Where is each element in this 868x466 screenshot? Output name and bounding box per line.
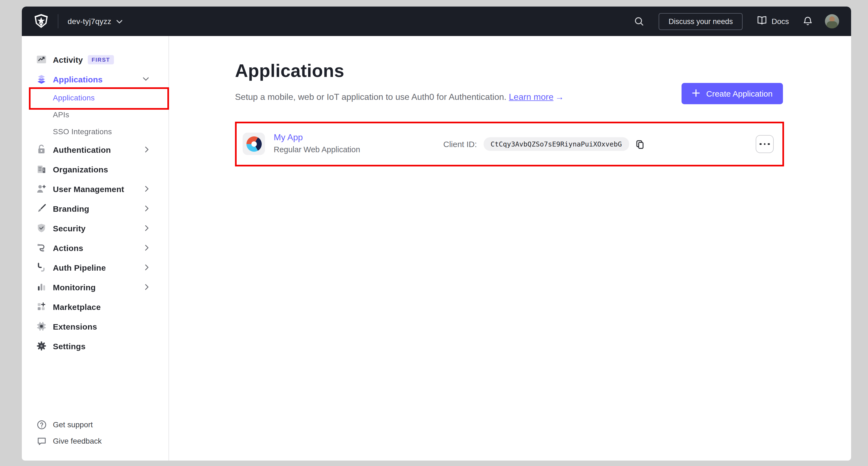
sidebar-item-extensions[interactable]: Extensions (22, 317, 168, 336)
discuss-your-needs-button[interactable]: Discuss your needs (659, 13, 743, 30)
create-application-button[interactable]: Create Application (682, 83, 783, 104)
page-title: Applications (235, 60, 784, 82)
create-application-label: Create Application (706, 89, 773, 98)
header-divider (58, 14, 58, 28)
pipeline-icon (36, 262, 47, 273)
sidebar-item-label: Extensions (53, 322, 97, 331)
sidebar-subitem-label: SSO Integrations (53, 127, 112, 136)
user-avatar[interactable] (825, 14, 839, 28)
feedback-bubble-icon (36, 435, 47, 446)
sidebar-item-settings[interactable]: Settings (22, 336, 168, 356)
bar-chart-icon (36, 282, 47, 292)
docs-label: Docs (772, 17, 789, 26)
first-badge: FIRST (88, 55, 114, 64)
notifications-bell-icon[interactable] (803, 16, 813, 27)
chevron-right-icon (145, 245, 149, 251)
sidebar-item-label: Monitoring (53, 282, 96, 292)
get-support-label: Get support (53, 420, 93, 429)
organization-building-icon (36, 164, 47, 175)
give-feedback-link[interactable]: Give feedback (22, 433, 168, 449)
sidebar-item-label: Actions (53, 243, 83, 252)
application-logo-icon (243, 133, 265, 155)
chevron-right-icon (145, 147, 149, 152)
sidebar-item-actions[interactable]: Actions (22, 238, 168, 258)
chevron-right-icon (145, 205, 149, 211)
sidebar-item-branding[interactable]: Branding (22, 199, 168, 218)
main-column: Applications Setup a mobile, web or IoT … (235, 60, 784, 167)
chevron-right-icon (145, 284, 149, 290)
sidebar-subitem-sso-integrations[interactable]: SSO Integrations (22, 123, 168, 140)
sidebar-item-label: Security (53, 224, 86, 233)
activity-icon (36, 54, 47, 65)
application-type: Regular Web Application (274, 145, 360, 155)
plus-icon (692, 89, 700, 98)
sidebar-item-auth-pipeline[interactable]: Auth Pipeline (22, 258, 168, 277)
gear-icon (36, 341, 47, 351)
sidebar-item-label: Branding (53, 204, 89, 213)
row-more-actions-button[interactable] (756, 135, 774, 153)
client-id-value: CtCqy3AvbQZSo7sE9RiynaPuiXOxvebG (483, 137, 629, 151)
sidebar-item-user-management[interactable]: User Management (22, 179, 168, 199)
subtitle-text: Setup a mobile, web or IoT application t… (235, 92, 506, 101)
top-header-bar: dev-tyj7qyzz Discuss your needs Docs (22, 6, 851, 36)
sidebar-item-marketplace[interactable]: Marketplace (22, 297, 168, 317)
sidebar-subitem-apis[interactable]: APIs (22, 106, 168, 123)
padlock-icon (36, 144, 47, 155)
flow-icon (36, 242, 47, 253)
auth0-logo-icon[interactable] (34, 13, 49, 29)
tenant-switcher[interactable]: dev-tyj7qyzz (68, 17, 123, 26)
chevron-down-icon (143, 77, 149, 81)
paintbrush-icon (36, 203, 47, 214)
docs-link[interactable]: Docs (757, 16, 789, 27)
sidebar-subitem-label: Applications (53, 93, 95, 102)
sidebar-item-applications[interactable]: Applications (22, 69, 168, 89)
user-gear-icon (36, 183, 47, 194)
applications-layers-icon (36, 74, 47, 85)
sidebar-subitem-applications[interactable]: Applications (22, 89, 168, 106)
tenant-name: dev-tyj7qyzz (68, 17, 111, 26)
sidebar-item-label: Activity (53, 55, 83, 64)
auth0-dashboard: dev-tyj7qyzz Discuss your needs Docs (0, 0, 868, 466)
sidebar-nav: Activity FIRST Applications Applications (22, 36, 169, 461)
copy-icon[interactable] (634, 139, 645, 149)
get-support-link[interactable]: Get support (22, 416, 168, 433)
sidebar-item-monitoring[interactable]: Monitoring (22, 277, 168, 297)
help-circle-icon (36, 419, 47, 430)
application-names: My App Regular Web Application (274, 132, 360, 155)
sidebar-item-authentication[interactable]: Authentication (22, 140, 168, 159)
book-icon (757, 16, 767, 27)
sidebar-item-label: Auth Pipeline (53, 263, 106, 272)
give-feedback-label: Give feedback (53, 437, 102, 445)
sidebar-item-label: Applications (53, 75, 102, 84)
chip-icon (36, 321, 47, 332)
sidebar-item-label: Authentication (53, 145, 111, 154)
sidebar-item-security[interactable]: Security (22, 218, 168, 238)
sidebar-item-label: User Management (53, 184, 124, 194)
sidebar-subitem-label: APIs (53, 110, 69, 119)
chevron-down-icon (116, 17, 123, 26)
sidebar-item-label: Organizations (53, 165, 108, 174)
learn-more-arrow-icon: → (555, 92, 564, 101)
client-id-label: Client ID: (443, 139, 477, 149)
sidebar-item-label: Marketplace (53, 302, 101, 311)
marketplace-grid-plus-icon (36, 301, 47, 312)
body-row: Activity FIRST Applications Applications (22, 36, 851, 461)
client-id-group: Client ID: CtCqy3AvbQZSo7sE9RiynaPuiXOxv… (443, 137, 645, 151)
sidebar-item-organizations[interactable]: Organizations (22, 159, 168, 179)
ellipsis-dot (764, 143, 766, 145)
ellipsis-dot (760, 143, 762, 145)
logo-tenant-group: dev-tyj7qyzz (34, 13, 123, 29)
main-content: Applications Setup a mobile, web or IoT … (169, 36, 851, 461)
shield-check-icon (36, 223, 47, 234)
sidebar-item-activity[interactable]: Activity FIRST (22, 50, 168, 69)
learn-more-link[interactable]: Learn more (509, 92, 554, 101)
application-name-link[interactable]: My App (274, 132, 360, 143)
page-frame: dev-tyj7qyzz Discuss your needs Docs (22, 6, 851, 461)
sidebar-footer: Get support Give feedback (22, 416, 168, 449)
chevron-right-icon (145, 225, 149, 231)
application-row[interactable]: My App Regular Web Application Client ID… (235, 122, 784, 167)
sidebar-item-label: Settings (53, 341, 86, 351)
search-icon[interactable] (634, 16, 645, 27)
chevron-right-icon (145, 186, 149, 192)
chevron-right-icon (145, 264, 149, 270)
